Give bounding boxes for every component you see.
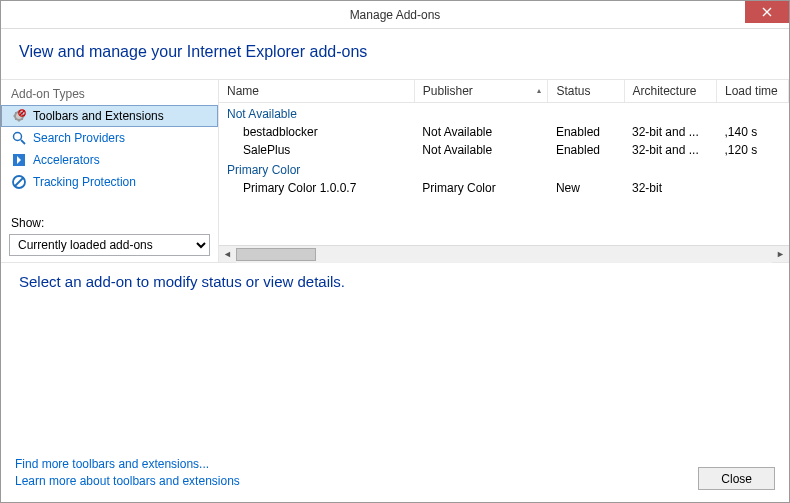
sidebar-heading: Add-on Types	[1, 84, 218, 105]
titlebar: Manage Add-ons	[1, 1, 789, 29]
addon-table: Name Publisher Status Architecture Load …	[219, 80, 789, 245]
group-label: Primary Color	[219, 159, 789, 179]
scroll-track[interactable]	[236, 246, 772, 263]
cell-architecture: 32-bit and ...	[624, 123, 717, 141]
col-publisher[interactable]: Publisher	[414, 80, 548, 103]
group-label: Not Available	[219, 103, 789, 124]
cell-publisher: Primary Color	[414, 179, 548, 197]
show-select[interactable]: Currently loaded add-ons	[9, 234, 210, 256]
cell-load-time: ,120 s	[717, 141, 789, 159]
cell-architecture: 32-bit and ...	[624, 141, 717, 159]
cell-status: Enabled	[548, 123, 624, 141]
learn-more-link[interactable]: Learn more about toolbars and extensions	[15, 473, 698, 490]
cell-status: Enabled	[548, 141, 624, 159]
accelerator-icon	[11, 152, 27, 168]
main-panel: Name Publisher Status Architecture Load …	[219, 80, 789, 262]
group-row[interactable]: Not Available	[219, 103, 789, 124]
svg-point-3	[14, 133, 22, 141]
content-area: Add-on Types Toolbars and Extensions Sea…	[1, 79, 789, 263]
cell-load-time: ,140 s	[717, 123, 789, 141]
cell-publisher: Not Available	[414, 141, 548, 159]
table-row[interactable]: Primary Color 1.0.0.7 Primary Color New …	[219, 179, 789, 197]
footer-links: Find more toolbars and extensions... Lea…	[15, 456, 698, 490]
cell-name: SalePlus	[219, 141, 414, 159]
col-load-time[interactable]: Load time	[717, 80, 789, 103]
scroll-right-arrow-icon[interactable]: ►	[772, 246, 789, 263]
table-row[interactable]: SalePlus Not Available Enabled 32-bit an…	[219, 141, 789, 159]
footer: Find more toolbars and extensions... Lea…	[1, 448, 789, 502]
close-icon	[762, 7, 772, 17]
col-architecture[interactable]: Architecture	[624, 80, 717, 103]
cell-name: bestadblocker	[219, 123, 414, 141]
prohibit-icon	[11, 174, 27, 190]
sidebar-item-label: Accelerators	[33, 153, 100, 167]
col-status[interactable]: Status	[548, 80, 624, 103]
table-row[interactable]: bestadblocker Not Available Enabled 32-b…	[219, 123, 789, 141]
scroll-thumb[interactable]	[236, 248, 316, 261]
group-row[interactable]: Primary Color	[219, 159, 789, 179]
cell-architecture: 32-bit	[624, 179, 717, 197]
sidebar-item-label: Search Providers	[33, 131, 125, 145]
sidebar-item-toolbars-extensions[interactable]: Toolbars and Extensions	[1, 105, 218, 127]
cell-publisher: Not Available	[414, 123, 548, 141]
close-button[interactable]: Close	[698, 467, 775, 490]
sidebar-item-label: Tracking Protection	[33, 175, 136, 189]
header: View and manage your Internet Explorer a…	[1, 29, 789, 79]
detail-message: Select an add-on to modify status or vie…	[1, 263, 789, 300]
scroll-left-arrow-icon[interactable]: ◄	[219, 246, 236, 263]
search-icon	[11, 130, 27, 146]
sidebar-spacer	[1, 193, 218, 214]
page-title: View and manage your Internet Explorer a…	[19, 43, 771, 61]
window-close-button[interactable]	[745, 1, 789, 23]
sidebar-item-tracking-protection[interactable]: Tracking Protection	[1, 171, 218, 193]
sidebar-item-search-providers[interactable]: Search Providers	[1, 127, 218, 149]
gear-disabled-icon	[11, 108, 27, 124]
cell-name: Primary Color 1.0.0.7	[219, 179, 414, 197]
show-label: Show:	[1, 214, 218, 232]
find-more-link[interactable]: Find more toolbars and extensions...	[15, 456, 698, 473]
horizontal-scrollbar[interactable]: ◄ ►	[219, 245, 789, 262]
sidebar-item-accelerators[interactable]: Accelerators	[1, 149, 218, 171]
sidebar: Add-on Types Toolbars and Extensions Sea…	[1, 80, 219, 262]
cell-status: New	[548, 179, 624, 197]
window-title: Manage Add-ons	[1, 8, 789, 22]
sidebar-item-label: Toolbars and Extensions	[33, 109, 164, 123]
cell-load-time	[717, 179, 789, 197]
col-name[interactable]: Name	[219, 80, 414, 103]
